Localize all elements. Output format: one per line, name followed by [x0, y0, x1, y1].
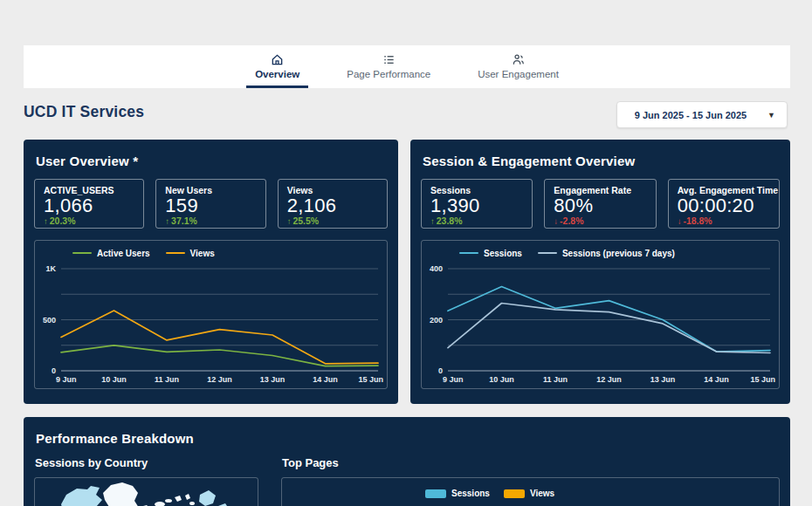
svg-text:0: 0 — [52, 366, 56, 375]
kpi-delta-value: -2.8% — [560, 215, 583, 226]
svg-text:15 Jun: 15 Jun — [358, 375, 383, 384]
svg-text:12 Jun: 12 Jun — [207, 375, 232, 384]
user-overview-line-chart: 05001K9 Jun10 Jun11 Jun12 Jun13 Jun14 Ju… — [35, 262, 387, 386]
svg-text:1K: 1K — [45, 264, 56, 273]
sessions-by-country-map-box — [34, 477, 258, 506]
trend-up-icon: ↑ — [44, 216, 48, 226]
user-overview-title: User Overview * — [36, 154, 388, 168]
breakdown-grid: Sessions by Country Top Pages — [34, 456, 780, 506]
svg-text:13 Jun: 13 Jun — [650, 375, 676, 384]
list-icon — [382, 53, 396, 66]
svg-text:9 Jun: 9 Jun — [443, 375, 464, 384]
legend-active-users: Active Users — [72, 249, 150, 258]
legend-views: Views — [504, 489, 554, 498]
kpi-avg-engagement-time: Avg. Engagement Time 00:00:20 ↓-18.8% — [668, 179, 780, 229]
kpi-delta-value: 23.8% — [437, 215, 463, 226]
users-icon — [512, 53, 525, 66]
tab-user-engagement-label: User Engagement — [478, 69, 559, 79]
legend-label: Sessions (previous 7 days) — [562, 249, 675, 258]
sessions-chart: Sessions Sessions (previous 7 days) 0200… — [421, 240, 780, 389]
sessions-line-chart: 02004009 Jun10 Jun11 Jun12 Jun13 Jun14 J… — [422, 262, 779, 386]
date-range-picker[interactable]: 9 Jun 2025 - 15 Jun 2025 ▼ — [616, 101, 788, 128]
home-icon — [271, 53, 284, 66]
performance-breakdown-title: Performance Breakdown — [36, 431, 780, 446]
kpi-delta: ↑37.1% — [165, 215, 256, 226]
top-navbar: Overview Page Performance User Engagemen… — [24, 45, 790, 88]
line-swatch — [459, 252, 478, 254]
svg-text:400: 400 — [430, 264, 443, 273]
trend-up-icon: ↑ — [165, 216, 169, 226]
world-map — [35, 478, 258, 506]
kpi-value: 1,390 — [430, 195, 523, 215]
kpi-delta: ↑23.8% — [430, 215, 523, 226]
trend-up-icon: ↑ — [430, 216, 435, 226]
date-range-value: 9 Jun 2025 - 15 Jun 2025 — [635, 110, 747, 120]
session-engagement-card: Session & Engagement Overview Sessions 1… — [410, 140, 790, 404]
kpi-new-users: New Users 159 ↑37.1% — [155, 179, 265, 229]
kpi-value: 1,066 — [44, 195, 134, 215]
chart-legend: Sessions Sessions (previous 7 days) — [422, 241, 779, 262]
kpi-value: 80% — [554, 195, 646, 215]
page-title: UCD IT Services — [24, 103, 144, 121]
kpi-value: 159 — [165, 195, 256, 215]
svg-text:10 Jun: 10 Jun — [101, 375, 127, 384]
tab-page-performance-label: Page Performance — [347, 69, 430, 79]
tab-page-performance[interactable]: Page Performance — [338, 45, 439, 88]
trend-down-icon: ↓ — [678, 216, 682, 226]
kpi-delta-value: -18.8% — [683, 215, 712, 226]
kpi-delta-value: 20.3% — [50, 215, 76, 226]
legend-sessions-previous: Sessions (previous 7 days) — [538, 249, 675, 258]
svg-text:10 Jun: 10 Jun — [489, 375, 514, 384]
session-overview-title: Session & Engagement Overview — [423, 154, 780, 168]
legend-label: Views — [190, 249, 215, 258]
legend-sessions: Sessions — [425, 489, 490, 498]
svg-text:13 Jun: 13 Jun — [260, 375, 286, 384]
legend-label: Active Users — [97, 249, 150, 258]
tab-overview[interactable]: Overview — [246, 45, 308, 88]
session-kpi-row: Sessions 1,390 ↑23.8% Engagement Rate 80… — [421, 179, 780, 229]
svg-text:11 Jun: 11 Jun — [543, 375, 568, 384]
user-overview-kpi-row: ACTIVE_USERS 1,066 ↑20.3% New Users 159 … — [34, 179, 388, 229]
sessions-by-country-column: Sessions by Country — [34, 456, 258, 506]
kpi-delta: ↓-18.8% — [678, 215, 770, 226]
kpi-sessions: Sessions 1,390 ↑23.8% — [421, 179, 533, 229]
kpi-delta: ↑25.5% — [287, 215, 378, 226]
kpi-value: 00:00:20 — [678, 195, 770, 215]
top-pages-legend: Sessions Views — [425, 489, 779, 498]
kpi-delta-value: 37.1% — [171, 215, 197, 226]
svg-text:11 Jun: 11 Jun — [155, 375, 179, 384]
sessions-swatch — [425, 489, 446, 498]
line-swatch — [72, 252, 92, 254]
tab-user-engagement[interactable]: User Engagement — [469, 45, 568, 88]
trend-down-icon: ↓ — [554, 216, 558, 226]
sessions-by-country-title: Sessions by Country — [35, 456, 258, 469]
svg-text:9 Jun: 9 Jun — [56, 375, 77, 384]
tab-overview-label: Overview — [255, 69, 299, 79]
svg-text:12 Jun: 12 Jun — [596, 375, 622, 384]
chevron-down-icon: ▼ — [767, 111, 775, 120]
kpi-value: 2,106 — [287, 195, 378, 215]
kpi-delta: ↓-2.8% — [554, 215, 646, 226]
kpi-views: Views 2,106 ↑25.5% — [278, 179, 388, 229]
line-swatch — [166, 252, 185, 254]
legend-label: Views — [530, 489, 554, 498]
performance-breakdown-card: Performance Breakdown Sessions by Countr… — [24, 417, 790, 506]
user-overview-chart: Active Users Views 05001K9 Jun10 Jun11 J… — [34, 240, 388, 389]
svg-text:14 Jun: 14 Jun — [313, 375, 338, 384]
line-swatch — [538, 252, 557, 254]
top-pages-title: Top Pages — [282, 456, 780, 469]
top-pages-column: Top Pages Sessions Views — [281, 456, 780, 506]
legend-views: Views — [166, 249, 215, 258]
kpi-active-users: ACTIVE_USERS 1,066 ↑20.3% — [34, 179, 144, 229]
chart-legend: Active Users Views — [35, 241, 387, 262]
svg-text:500: 500 — [43, 316, 56, 325]
trend-up-icon: ↑ — [287, 216, 292, 226]
kpi-delta-value: 25.5% — [292, 215, 319, 226]
top-pages-chart-box: Sessions Views — [281, 477, 780, 506]
user-overview-card: User Overview * ACTIVE_USERS 1,066 ↑20.3… — [24, 140, 398, 404]
legend-sessions: Sessions — [459, 249, 522, 258]
views-swatch — [504, 489, 525, 498]
legend-label: Sessions — [451, 489, 490, 498]
legend-label: Sessions — [484, 249, 522, 258]
svg-text:200: 200 — [430, 316, 443, 325]
